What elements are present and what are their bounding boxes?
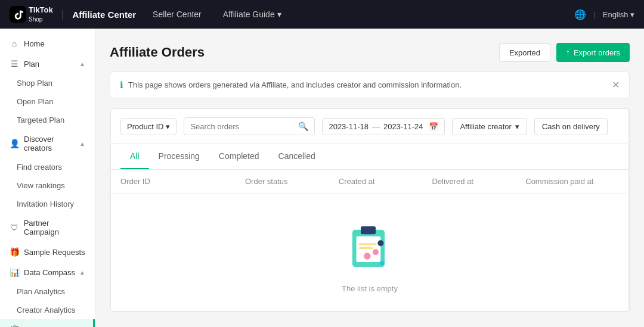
filter-section: Product ID ▾ 🔍 2023-11-18 — 2023-11-24 📅… bbox=[110, 108, 630, 312]
plan-chevron-icon: ▲ bbox=[79, 61, 85, 67]
svg-rect-5 bbox=[359, 247, 373, 249]
search-wrap: 🔍 bbox=[184, 117, 315, 135]
search-icon: 🔍 bbox=[298, 122, 308, 131]
top-nav: TikTokShop | Affiliate Center Seller Cen… bbox=[0, 0, 644, 29]
page-header: Affiliate Orders Exported ↑ Export order… bbox=[110, 43, 630, 62]
date-range-picker[interactable]: 2023-11-18 — 2023-11-24 📅 bbox=[322, 118, 445, 135]
creator-filter-dropdown[interactable]: Affiliate creator ▾ bbox=[452, 118, 527, 135]
seller-center-link[interactable]: Seller Center bbox=[148, 7, 206, 21]
product-id-dropdown[interactable]: Product ID ▾ bbox=[120, 118, 177, 135]
sidebar-section-data-compass[interactable]: 📊 Data Compass ▲ bbox=[0, 262, 95, 282]
col-commission-paid-at: Commission paid at bbox=[525, 177, 619, 186]
language-selector[interactable]: English ▾ bbox=[603, 10, 634, 19]
tabs-bar: All Processing Completed Cancelled bbox=[110, 144, 629, 170]
info-banner-content: ℹ This page shows orders generated via A… bbox=[120, 80, 462, 91]
cod-button[interactable]: Cash on delivery bbox=[534, 118, 608, 135]
date-divider: — bbox=[372, 122, 380, 131]
tiktok-logo: TikTokShop bbox=[10, 5, 53, 23]
sidebar-item-partner-campaign[interactable]: 🛡 Partner Campaign bbox=[0, 213, 95, 242]
empty-illustration bbox=[340, 217, 400, 277]
brand-name: TikTokShop bbox=[29, 5, 53, 23]
empty-state: The list is empty bbox=[111, 194, 628, 311]
export-icon: ↑ bbox=[566, 48, 570, 57]
svg-point-8 bbox=[380, 261, 385, 266]
sidebar-item-invitation-history[interactable]: Invitation History bbox=[0, 195, 95, 213]
exported-button[interactable]: Exported bbox=[499, 43, 550, 62]
info-banner: ℹ This page shows orders generated via A… bbox=[110, 71, 630, 98]
main-content: Affiliate Orders Exported ↑ Export order… bbox=[95, 29, 644, 327]
chevron-down-icon: ▾ bbox=[277, 10, 281, 19]
sidebar-item-home[interactable]: ⌂ Home bbox=[0, 33, 95, 54]
tab-processing[interactable]: Processing bbox=[149, 144, 209, 169]
main-layout: ⌂ Home ☰ Plan ▲ Shop Plan Open Plan Targ… bbox=[0, 29, 644, 327]
sidebar-section-discover[interactable]: 👤 Discover creators ▲ bbox=[0, 129, 95, 158]
data-chevron-icon: ▲ bbox=[79, 269, 85, 276]
lang-chevron-icon: ▾ bbox=[630, 10, 634, 19]
col-order-id: Order ID bbox=[120, 177, 245, 186]
col-order-status: Order status bbox=[245, 177, 339, 186]
sidebar-item-sample-requests[interactable]: 🎁 Sample Requests bbox=[0, 242, 95, 262]
sample-icon: 🎁 bbox=[10, 247, 19, 257]
filter-bar: Product ID ▾ 🔍 2023-11-18 — 2023-11-24 📅… bbox=[110, 108, 629, 144]
svg-point-6 bbox=[364, 253, 371, 260]
creator-chevron-icon: ▾ bbox=[515, 122, 519, 131]
calendar-icon: 📅 bbox=[429, 122, 438, 131]
discover-icon: 👤 bbox=[10, 139, 19, 148]
tab-cancelled[interactable]: Cancelled bbox=[269, 144, 325, 169]
info-icon: ℹ bbox=[120, 80, 123, 91]
page-title: Affiliate Orders bbox=[110, 45, 205, 60]
nav-divider: | bbox=[593, 10, 595, 19]
home-icon: ⌂ bbox=[10, 39, 19, 48]
svg-rect-3 bbox=[361, 226, 376, 234]
tab-completed[interactable]: Completed bbox=[209, 144, 269, 169]
affiliate-center-title: Affiliate Center bbox=[72, 10, 136, 20]
sidebar-item-plan-analytics[interactable]: Plan Analytics bbox=[0, 282, 95, 301]
product-id-chevron-icon: ▾ bbox=[166, 122, 170, 131]
sidebar-item-affiliate-orders[interactable]: 📋 Affiliate Orders bbox=[0, 319, 95, 327]
top-nav-right: 🌐 | English ▾ bbox=[574, 9, 634, 20]
affiliate-guide-dropdown[interactable]: Affiliate Guide ▾ bbox=[218, 7, 286, 21]
sidebar-item-view-rankings[interactable]: View rankings bbox=[0, 176, 95, 195]
sidebar-item-creator-analytics[interactable]: Creator Analytics bbox=[0, 301, 95, 319]
svg-rect-4 bbox=[359, 243, 376, 245]
plan-icon: ☰ bbox=[10, 59, 19, 68]
export-orders-button[interactable]: ↑ Export orders bbox=[556, 43, 630, 62]
sidebar-item-find-creators[interactable]: Find creators bbox=[0, 158, 95, 176]
orders-icon: 📋 bbox=[10, 325, 19, 327]
partner-icon: 🛡 bbox=[10, 223, 19, 232]
table-wrap: Order ID Order status Created at Deliver… bbox=[110, 170, 629, 312]
brand-divider: | bbox=[61, 8, 64, 21]
sidebar: ⌂ Home ☰ Plan ▲ Shop Plan Open Plan Targ… bbox=[0, 29, 95, 327]
header-actions: Exported ↑ Export orders bbox=[499, 43, 630, 62]
search-input[interactable] bbox=[190, 122, 295, 131]
brand: TikTokShop | Affiliate Center bbox=[10, 5, 136, 23]
globe-icon[interactable]: 🌐 bbox=[574, 9, 586, 20]
discover-chevron-icon: ▲ bbox=[79, 141, 85, 147]
svg-point-9 bbox=[377, 240, 383, 246]
sidebar-item-open-plan[interactable]: Open Plan bbox=[0, 92, 95, 111]
info-banner-close[interactable]: ✕ bbox=[612, 79, 620, 91]
sidebar-item-shop-plan[interactable]: Shop Plan bbox=[0, 74, 95, 92]
col-delivered-at: Delivered at bbox=[432, 177, 526, 186]
svg-point-7 bbox=[373, 249, 379, 255]
col-created-at: Created at bbox=[339, 177, 432, 186]
empty-text: The list is empty bbox=[342, 284, 398, 293]
sidebar-item-targeted-plan[interactable]: Targeted Plan bbox=[0, 111, 95, 129]
tab-all[interactable]: All bbox=[120, 144, 149, 169]
table-header: Order ID Order status Created at Deliver… bbox=[111, 170, 628, 194]
data-icon: 📊 bbox=[10, 267, 19, 277]
sidebar-section-plan[interactable]: ☰ Plan ▲ bbox=[0, 54, 95, 74]
